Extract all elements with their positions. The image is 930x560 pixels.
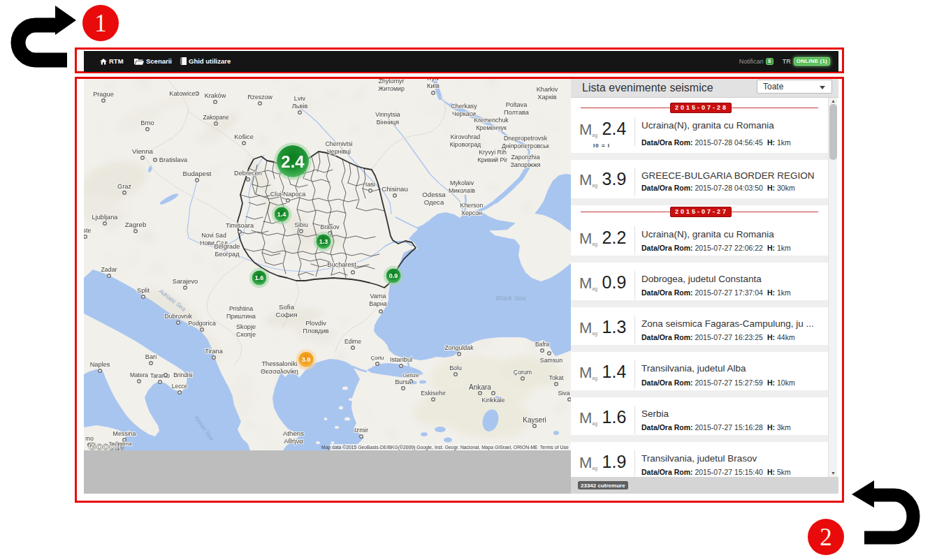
svg-text:Львів: Львів: [292, 103, 308, 110]
svg-text:2.4: 2.4: [281, 152, 305, 171]
svg-text:Sibiu: Sibiu: [294, 221, 308, 228]
svg-text:Split: Split: [137, 287, 150, 294]
svg-text:Brasov: Brasov: [320, 223, 340, 230]
svg-text:Zadar: Zadar: [101, 266, 117, 273]
svg-text:Thessaloniki: Thessaloniki: [261, 360, 297, 367]
svg-text:Кіровоград: Кіровоград: [450, 141, 481, 148]
svg-text:Chisinau: Chisinau: [382, 185, 408, 193]
svg-text:Cluj-Napoca: Cluj-Napoca: [270, 191, 306, 198]
svg-text:Tokat: Tokat: [548, 374, 564, 381]
svg-text:Zagreb: Zagreb: [125, 221, 147, 228]
svg-text:Дніпропетровськ: Дніпропетровськ: [502, 142, 549, 149]
svg-text:Budapest: Budapest: [183, 170, 212, 177]
svg-text:София: София: [275, 311, 297, 318]
svg-text:Bolu: Bolu: [449, 364, 462, 371]
svg-text:Brindisi: Brindisi: [173, 371, 193, 378]
svg-text:Чернівці: Чернівці: [327, 148, 351, 155]
svg-text:Київ: Київ: [427, 82, 439, 89]
svg-text:Αθήνα: Αθήνα: [284, 437, 303, 445]
svg-text:Kremenchuk: Kremenchuk: [474, 117, 509, 124]
svg-text:Скопје: Скопје: [236, 331, 256, 338]
svg-text:Zhytomyr: Zhytomyr: [379, 79, 405, 84]
svg-text:Odessa: Odessa: [422, 191, 446, 198]
svg-text:Sofia: Sofia: [279, 303, 295, 311]
svg-text:Skopje: Skopje: [236, 323, 256, 330]
svg-text:Athens: Athens: [283, 429, 304, 437]
svg-text:Dnepropetrovsk: Dnepropetrovsk: [504, 135, 548, 142]
svg-text:Cherkasy: Cherkasy: [451, 103, 477, 110]
svg-text:Varna: Varna: [370, 293, 386, 300]
svg-text:Bratislava: Bratislava: [159, 156, 188, 163]
svg-text:Bursa: Bursa: [395, 378, 412, 385]
svg-text:Варна: Варна: [369, 300, 387, 307]
svg-text:1.4: 1.4: [277, 211, 286, 218]
svg-text:Istanbul: Istanbul: [390, 356, 412, 363]
svg-text:Kayseri: Kayseri: [523, 416, 546, 424]
svg-text:2: 2: [820, 524, 832, 551]
svg-text:Edirne: Edirne: [344, 338, 362, 345]
svg-text:Bari: Bari: [145, 353, 157, 360]
svg-text:Запоріжжя: Запоріжжя: [510, 161, 540, 168]
svg-text:Београд: Београд: [215, 251, 240, 258]
svg-text:Gebze: Gebze: [402, 372, 419, 378]
svg-text:Kraków: Kraków: [205, 92, 226, 99]
svg-text:Zaporizhia: Zaporizhia: [511, 154, 539, 161]
svg-text:Timisoara: Timisoara: [226, 222, 254, 229]
svg-text:Naples: Naples: [90, 361, 110, 368]
svg-text:Черкаси: Черкаси: [452, 110, 476, 117]
svg-text:Lviv: Lviv: [294, 95, 306, 102]
svg-text:Житомир: Житомир: [378, 85, 405, 92]
svg-text:1.3: 1.3: [319, 238, 328, 245]
svg-text:Black Sea: Black Sea: [496, 294, 526, 302]
svg-text:Siva: Siva: [558, 390, 569, 397]
svg-text:Пловдив: Пловдив: [303, 327, 328, 334]
svg-text:Ankara: Ankara: [469, 383, 491, 391]
svg-text:Θεσσαλονίκη: Θεσσαλονίκη: [261, 368, 298, 375]
svg-text:Kyiv: Kyiv: [427, 79, 439, 82]
svg-text:Košice: Košice: [234, 133, 254, 140]
svg-text:Google: Google: [88, 440, 124, 450]
svg-text:Novi Sad: Novi Sad: [201, 232, 226, 239]
svg-text:Херсон: Херсон: [461, 209, 482, 216]
svg-text:Tirana: Tirana: [205, 348, 224, 355]
svg-text:Debrecen: Debrecen: [234, 170, 262, 177]
svg-text:Katowice: Katowice: [169, 90, 195, 97]
svg-text:Kharkiv: Kharkiv: [537, 86, 558, 93]
svg-text:Izmir: Izmir: [354, 427, 368, 434]
svg-text:Terms of Use: Terms of Use: [540, 445, 569, 450]
svg-text:Ljubljana: Ljubljana: [92, 214, 119, 221]
svg-text:Brno: Brno: [140, 119, 154, 126]
svg-text:Bucharest: Bucharest: [327, 261, 356, 268]
svg-text:Вінниця: Вінниця: [377, 119, 399, 126]
svg-text:Миколаїв: Миколаїв: [449, 187, 475, 194]
svg-text:Кременчук: Кременчук: [476, 124, 507, 131]
svg-text:Belgrade: Belgrade: [215, 243, 240, 250]
svg-text:Prishtina: Prishtina: [229, 305, 253, 312]
svg-text:Lecce: Lecce: [172, 383, 188, 390]
svg-text:Map data ©2015 GeoBasis-DE/BKG: Map data ©2015 GeoBasis-DE/BKG(©2009) Go…: [321, 445, 538, 450]
svg-text:1.6: 1.6: [255, 274, 264, 281]
svg-text:Харків: Харків: [537, 94, 556, 101]
svg-text:Podgorica: Podgorica: [188, 320, 216, 327]
svg-text:Rzeszow: Rzeszow: [247, 94, 273, 101]
svg-text:Zakopane: Zakopane: [203, 114, 229, 121]
svg-text:Chernivtsi: Chernivtsi: [325, 140, 352, 147]
svg-text:Bafra: Bafra: [535, 341, 549, 348]
svg-text:Приштина: Приштина: [226, 313, 256, 320]
svg-text:Poltava: Poltava: [506, 101, 528, 108]
svg-text:Çorlu: Çorlu: [370, 355, 384, 361]
svg-text:Messina: Messina: [113, 430, 136, 437]
svg-text:Полтава: Полтава: [504, 109, 530, 116]
svg-text:0.9: 0.9: [389, 272, 398, 279]
svg-text:Vinnytsia: Vinnytsia: [375, 111, 400, 118]
svg-text:Sarajevo: Sarajevo: [173, 278, 198, 285]
svg-text:Zonguldak: Zonguldak: [444, 344, 474, 351]
svg-text:Kirovohrad: Kirovohrad: [451, 133, 481, 140]
svg-text:este: este: [84, 227, 91, 234]
svg-text:Kherson: Kherson: [460, 202, 484, 209]
svg-text:3.9: 3.9: [302, 356, 311, 363]
svg-text:Eskisehir: Eskisehir: [421, 390, 446, 397]
svg-text:Dubrovnik: Dubrovnik: [164, 313, 192, 320]
svg-text:Vienna: Vienna: [132, 147, 154, 155]
svg-text:Iasi: Iasi: [365, 181, 375, 188]
